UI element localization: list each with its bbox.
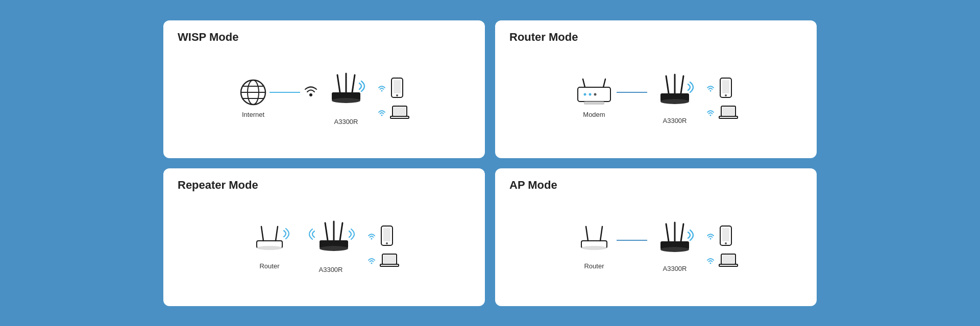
svg-point-5 xyxy=(309,93,312,96)
svg-point-11 xyxy=(381,90,383,91)
repeater-router-icon xyxy=(300,219,361,260)
ap-phone-client xyxy=(705,225,738,246)
globe-icon xyxy=(239,78,267,107)
svg-line-44 xyxy=(325,223,328,240)
router-clients xyxy=(705,78,738,119)
svg-point-42 xyxy=(257,246,282,250)
router-wired-line xyxy=(617,92,647,93)
router-phone-client xyxy=(705,78,738,98)
ap-source-router-icon xyxy=(574,222,615,258)
svg-point-22 xyxy=(584,93,586,96)
wisp-source-group: Internet xyxy=(239,78,267,118)
wisp-device-group: A3300R xyxy=(321,71,372,126)
wisp-source-label: Internet xyxy=(242,111,264,118)
svg-point-64 xyxy=(660,247,689,252)
wisp-mode-title: WISP Mode xyxy=(178,31,471,44)
ap-mode-title: AP Mode xyxy=(509,179,802,192)
svg-rect-55 xyxy=(380,264,399,266)
router-mode-router-icon xyxy=(649,72,700,113)
svg-line-27 xyxy=(666,76,669,93)
ap-source-group: Router xyxy=(574,222,615,270)
ap-device-group: A3300R xyxy=(649,220,700,272)
wisp-router-icon xyxy=(321,71,372,112)
router-device-label: A3300R xyxy=(663,117,687,124)
svg-line-41 xyxy=(276,227,278,241)
phone-icon-2 xyxy=(719,78,733,98)
svg-line-61 xyxy=(666,224,669,241)
svg-point-68 xyxy=(725,242,727,244)
repeater-device-label: A3300R xyxy=(319,266,343,273)
router-mode-card: Router Mode Modem xyxy=(495,20,817,158)
svg-point-59 xyxy=(581,246,607,250)
svg-line-20 xyxy=(583,79,585,87)
svg-rect-71 xyxy=(722,255,734,263)
wifi-icon-4 xyxy=(705,107,716,117)
svg-point-30 xyxy=(660,99,689,104)
ap-source-label: Router xyxy=(584,262,604,270)
svg-point-15 xyxy=(381,114,383,116)
wisp-mode-card: WISP Mode Internet xyxy=(163,20,485,158)
svg-point-14 xyxy=(396,94,398,96)
ap-device-label: A3300R xyxy=(663,265,687,272)
wifi-icon-3 xyxy=(705,83,716,93)
wifi-icon-5 xyxy=(366,231,377,241)
svg-line-21 xyxy=(603,79,605,87)
wisp-receive-signal xyxy=(302,84,320,101)
repeater-diagram: Router xyxy=(178,197,471,296)
svg-point-47 xyxy=(320,246,348,251)
wifi-icon-6 xyxy=(366,255,377,265)
wifi-icon-8 xyxy=(705,255,716,265)
svg-line-7 xyxy=(337,75,340,92)
svg-rect-54 xyxy=(383,255,396,263)
svg-rect-17 xyxy=(394,107,406,115)
svg-rect-33 xyxy=(722,80,729,93)
wisp-clients xyxy=(377,78,409,119)
svg-rect-18 xyxy=(390,116,409,118)
repeater-mode-title: Repeater Mode xyxy=(178,179,471,192)
svg-point-65 xyxy=(710,238,712,239)
wisp-diagram: Internet xyxy=(178,49,471,148)
svg-line-57 xyxy=(586,227,588,241)
repeater-phone-client xyxy=(366,225,399,246)
router-mode-title: Router Mode xyxy=(509,31,802,44)
svg-rect-72 xyxy=(719,264,738,266)
phone-icon-3 xyxy=(380,225,394,246)
phone-icon xyxy=(390,78,404,98)
svg-point-24 xyxy=(594,93,597,96)
router-diagram: Modem A3300R xyxy=(509,49,802,148)
ap-router-icon xyxy=(649,220,700,261)
svg-point-23 xyxy=(589,93,592,96)
repeater-device-group: A3300R xyxy=(300,219,361,273)
svg-rect-25 xyxy=(584,102,604,105)
svg-line-29 xyxy=(681,76,683,93)
svg-point-31 xyxy=(710,90,712,91)
svg-rect-37 xyxy=(722,107,734,115)
wifi-small-icon-2 xyxy=(377,107,387,117)
phone-icon-4 xyxy=(719,225,733,246)
ap-laptop-client xyxy=(705,253,738,267)
wisp-line xyxy=(270,92,300,93)
svg-point-34 xyxy=(725,94,727,96)
svg-point-10 xyxy=(332,98,360,103)
mode-grid: WISP Mode Internet xyxy=(158,15,822,311)
svg-point-48 xyxy=(371,238,373,239)
svg-point-52 xyxy=(371,262,373,264)
router-laptop-client xyxy=(705,105,738,119)
ap-mode-card: AP Mode Router xyxy=(495,168,817,306)
svg-line-58 xyxy=(600,227,602,241)
router-device-group: A3300R xyxy=(649,72,700,124)
wisp-laptop-client xyxy=(377,105,409,119)
repeater-laptop-client xyxy=(366,253,399,267)
repeater-source-label: Router xyxy=(259,262,279,270)
svg-point-51 xyxy=(386,242,388,244)
svg-line-46 xyxy=(340,223,342,240)
svg-line-9 xyxy=(352,75,355,92)
ap-diagram: Router A3300R xyxy=(509,197,802,296)
laptop-icon-2 xyxy=(719,105,738,119)
wifi-small-icon xyxy=(377,83,387,93)
repeater-mode-card: Repeater Mode Router xyxy=(163,168,485,306)
modem-icon xyxy=(574,78,615,107)
laptop-icon-3 xyxy=(380,253,399,267)
svg-line-63 xyxy=(681,224,683,241)
wisp-device-label: A3300R xyxy=(334,118,358,126)
